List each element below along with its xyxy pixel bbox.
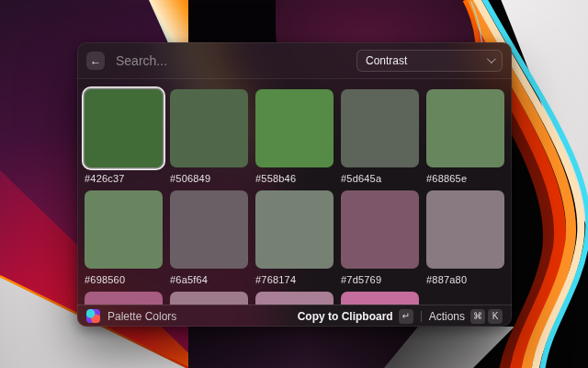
footer-actions: Copy to Clipboard ↵ Actions ⌘ K [298, 309, 503, 324]
back-button[interactable]: ← [86, 52, 105, 70]
desktop: ← Contrast #426c37#506849#558b46#5d645a#… [0, 0, 588, 368]
swatch-row: #426c37#506849#558b46#5d645a#68865e [85, 89, 504, 184]
swatch-color [341, 292, 419, 305]
swatch-color [255, 292, 334, 305]
copy-to-clipboard-label: Copy to Clipboard [298, 310, 393, 323]
swatch-color [426, 89, 504, 167]
swatch-color [426, 190, 504, 269]
color-swatch[interactable]: #68865e [426, 89, 504, 184]
swatch-hex-label: #768174 [255, 274, 334, 285]
swatch-color [341, 190, 419, 269]
app-name: Palette Colors [107, 310, 176, 323]
chevron-down-icon [487, 54, 496, 63]
color-swatch[interactable]: #506849 [170, 89, 248, 184]
search-input[interactable] [114, 52, 356, 69]
return-key-icon: ↵ [399, 309, 413, 324]
back-arrow-icon: ← [90, 52, 101, 70]
swatch-hex-label: #426c37 [85, 173, 163, 184]
footer-divider [421, 311, 422, 322]
swatch-color [255, 89, 334, 167]
color-swatch[interactable]: #558b46 [255, 89, 334, 184]
color-grid: #426c37#506849#558b46#5d645a#68865e#6985… [77, 79, 512, 305]
color-swatch[interactable] [170, 292, 248, 305]
copy-to-clipboard-button[interactable]: Copy to Clipboard ↵ [298, 309, 413, 324]
color-swatch[interactable]: #6a5f64 [170, 190, 248, 285]
swatch-hex-label: #5d645a [341, 173, 419, 184]
swatch-hex-label: #7d5769 [341, 274, 419, 285]
swatch-color [85, 292, 163, 305]
color-swatch[interactable]: #7d5769 [341, 190, 419, 285]
swatch-hex-label: #698560 [85, 274, 163, 285]
color-swatch[interactable]: #768174 [255, 190, 334, 285]
swatch-row-partial [85, 292, 504, 305]
color-swatch[interactable] [255, 292, 334, 305]
swatch-color [85, 190, 163, 269]
swatch-hex-label: #558b46 [255, 173, 334, 184]
window-footer: Palette Colors Copy to Clipboard ↵ Actio… [77, 305, 512, 327]
sort-mode-dropdown[interactable]: Contrast [356, 50, 503, 72]
dropdown-value: Contrast [366, 54, 407, 67]
swatch-hex-label: #68865e [426, 173, 504, 184]
color-swatch[interactable]: #887a80 [426, 190, 504, 285]
palette-window: ← Contrast #426c37#506849#558b46#5d645a#… [77, 42, 512, 327]
k-key: K [488, 309, 503, 324]
color-swatch[interactable]: #426c37 [85, 89, 163, 184]
swatch-color [170, 190, 248, 269]
color-swatch[interactable]: #5d645a [341, 89, 419, 184]
window-topbar: ← Contrast [77, 42, 512, 79]
color-swatch[interactable]: #698560 [85, 190, 163, 285]
swatch-color [341, 89, 419, 167]
swatch-color [170, 292, 248, 305]
swatch-hex-label: #506849 [170, 173, 248, 184]
swatch-hex-label: #887a80 [426, 274, 504, 285]
color-swatch[interactable] [341, 292, 419, 305]
actions-button[interactable]: Actions ⌘ K [429, 309, 503, 324]
color-swatch[interactable] [85, 292, 163, 305]
actions-label: Actions [429, 310, 465, 323]
palette-colors-app-icon [86, 309, 100, 323]
swatch-color [170, 89, 248, 167]
swatch-hex-label: #6a5f64 [170, 274, 248, 285]
swatch-color [255, 190, 334, 269]
swatch-row: #698560#6a5f64#768174#7d5769#887a80 [85, 190, 504, 285]
command-key-icon: ⌘ [470, 309, 485, 324]
swatch-color [85, 89, 163, 167]
